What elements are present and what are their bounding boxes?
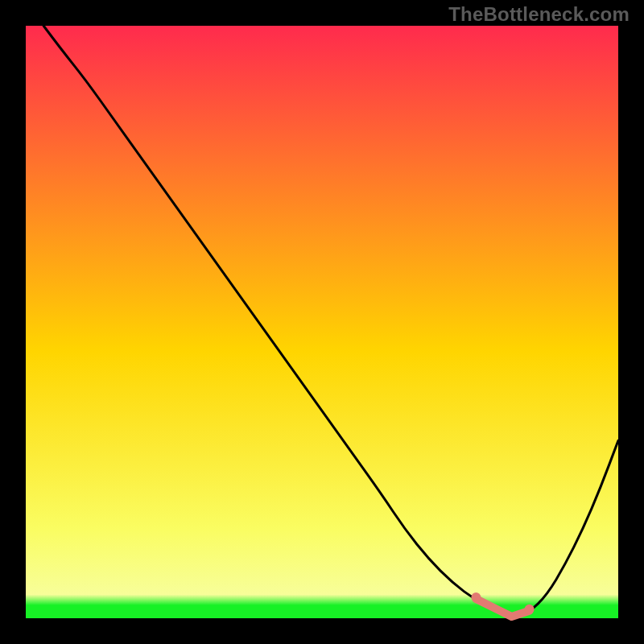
bottleneck-chart bbox=[0, 0, 644, 644]
watermark-text: TheBottleneck.com bbox=[448, 3, 630, 26]
